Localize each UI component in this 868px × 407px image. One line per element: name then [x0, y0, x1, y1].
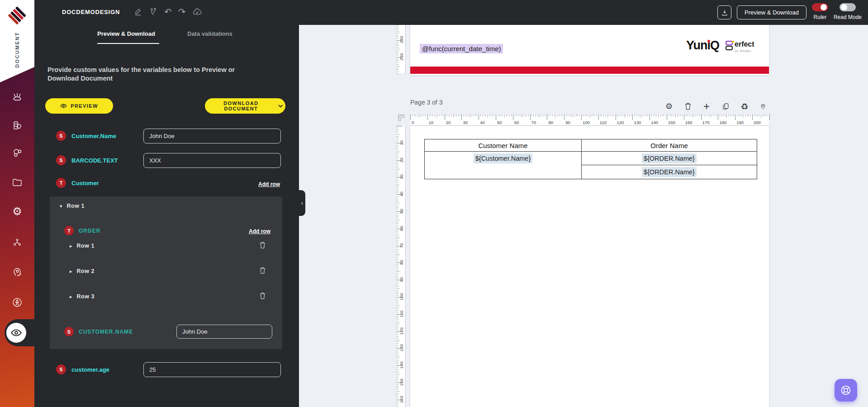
type-badge-string: S [56, 131, 66, 141]
ruler-tick [750, 114, 751, 116]
ruler-tick [562, 114, 563, 116]
ruler-tick [634, 114, 635, 116]
customer-age-input[interactable] [143, 362, 281, 377]
help-floating-button[interactable] [835, 379, 857, 402]
ruler-tick [396, 223, 398, 224]
page-indicator: Page 3 of 3 [410, 99, 443, 106]
document-page-3[interactable]: Customer Name Order Name ${Customer.Name… [410, 126, 769, 407]
ruler-tick [396, 29, 398, 29]
ruler-tick [396, 216, 398, 217]
ruler-tick [396, 376, 398, 376]
row-customer-name-input[interactable] [176, 325, 272, 339]
download-document-button[interactable]: DOWNLOAD DOCUMENT [205, 98, 285, 114]
ruler-tick [503, 114, 503, 116]
order-row-2[interactable]: ▸ Row 2 [70, 268, 95, 274]
ruler-tick [396, 242, 398, 243]
app-logo[interactable] [6, 5, 27, 26]
ruler-tick [396, 372, 398, 373]
add-row-link-order[interactable]: Add row [249, 228, 270, 235]
table-cell-order-2[interactable]: ${ORDER.Name} [582, 165, 757, 179]
ruler-tick [759, 114, 759, 116]
delete-row-2-icon[interactable] [259, 267, 266, 276]
ruler-tick [506, 114, 507, 116]
ruler-tick [650, 114, 650, 120]
ruler-tick [616, 114, 616, 120]
order-name-token[interactable]: ${ORDER.Name} [642, 167, 697, 177]
ruler-tick [396, 213, 398, 214]
delete-row-3-icon[interactable] [259, 292, 266, 302]
ruler-tick [396, 259, 398, 260]
ruler-tick [396, 317, 398, 318]
page-duplicate-icon[interactable] [720, 101, 731, 112]
ruler-tick [713, 114, 713, 116]
table-header-order-name[interactable]: Order Name [582, 139, 757, 151]
ruler-tick [396, 150, 398, 150]
date-variable-token[interactable]: @func(current_date_time) [420, 44, 503, 53]
ruler-tick [396, 64, 398, 65]
ruler-tick [396, 200, 398, 200]
redo-icon[interactable]: ↷ [178, 5, 186, 18]
row-1-header[interactable]: ▾ Row 1 [60, 203, 85, 209]
tab-preview-download[interactable]: Preview & Download [97, 30, 155, 37]
order-row-1[interactable]: ▸ Row 1 [70, 243, 95, 249]
horizontal-ruler: 0102030405060708090100110120130140150160… [410, 114, 769, 126]
life-buoy-icon [840, 384, 852, 397]
versions-icon[interactable] [149, 7, 158, 16]
ruler-tick [593, 114, 593, 116]
sidebar-item-folder[interactable] [0, 175, 34, 190]
preview-button[interactable]: PREVIEW [45, 98, 113, 114]
rename-pencil-icon[interactable] [133, 7, 142, 16]
ruler-number: 10 [399, 139, 404, 146]
preview-download-button[interactable]: Preview & Download [737, 5, 806, 19]
undo-icon[interactable]: ↶ [164, 5, 172, 18]
sidebar-item-ideas[interactable] [0, 264, 34, 280]
page-pin-icon[interactable] [758, 101, 768, 112]
ruler-tick [439, 114, 440, 116]
page-settings-gear-icon[interactable]: ⚙ [664, 101, 674, 112]
table-header-customer-name[interactable]: Customer Name [425, 139, 582, 151]
ruler-tick [396, 336, 398, 337]
sidebar-item-molecule[interactable] [0, 145, 34, 160]
sidebar-item-preview[interactable] [6, 323, 26, 343]
table-cell-customer[interactable]: ${Customer.Name} [425, 152, 582, 179]
customer-row-1-group: ▾ Row 1 T ORDER Add row ▸ Row 1 ▸ Row 2 [50, 196, 282, 349]
ruler-tick [410, 114, 411, 120]
folder-icon [12, 177, 23, 188]
cloud-save-icon[interactable] [192, 7, 202, 17]
page-add-icon[interactable]: + [701, 101, 712, 112]
barcode-text-input[interactable] [143, 153, 281, 168]
ruler-tick [396, 240, 398, 241]
page-delete-icon[interactable] [683, 101, 693, 112]
ruler-tick [396, 302, 398, 302]
ruler-tick [574, 114, 575, 116]
delete-row-1-icon[interactable] [259, 241, 266, 251]
panel-collapse-handle[interactable]: ‹ [299, 190, 305, 216]
customer-name-input[interactable] [143, 129, 281, 144]
ruler-tick [643, 114, 643, 116]
ruler-tick [396, 288, 400, 289]
add-row-link-customer[interactable]: Add row [258, 181, 280, 187]
customer-name-token[interactable]: ${Customer.Name} [474, 153, 533, 163]
tab-data-validations[interactable]: Data validations [187, 30, 232, 37]
order-name-token[interactable]: ${ORDER.Name} [642, 153, 697, 163]
sidebar-item-design-tools[interactable] [0, 90, 34, 105]
ruler-number: 50 [399, 208, 404, 215]
document-page-2[interactable]: @func(current_date_time) YuniQ erfectoc … [410, 25, 769, 75]
sidebar-item-network[interactable] [0, 235, 34, 250]
read-mode-toggle[interactable] [840, 3, 856, 11]
type-badge-string: S [64, 327, 74, 336]
order-row-3[interactable]: ▸ Row 3 [70, 293, 95, 300]
ruler-tick [396, 129, 398, 130]
ruler-tick [396, 30, 398, 30]
sidebar-item-accessibility[interactable] [0, 295, 34, 310]
sidebar-item-color-swatches[interactable] [0, 118, 34, 133]
ruler-toggle[interactable] [812, 3, 828, 11]
download-icon-button[interactable] [717, 5, 731, 19]
sidebar-item-settings[interactable]: ⚙ [0, 204, 34, 219]
ruler-tick [725, 114, 726, 116]
ruler-tick [467, 114, 467, 116]
ruler-tick [419, 114, 419, 118]
page-recycle-icon[interactable]: ♻ [739, 101, 750, 112]
table-cell-order-1[interactable]: ${ORDER.Name} [582, 152, 757, 165]
document-table[interactable]: Customer Name Order Name ${Customer.Name… [424, 139, 757, 179]
